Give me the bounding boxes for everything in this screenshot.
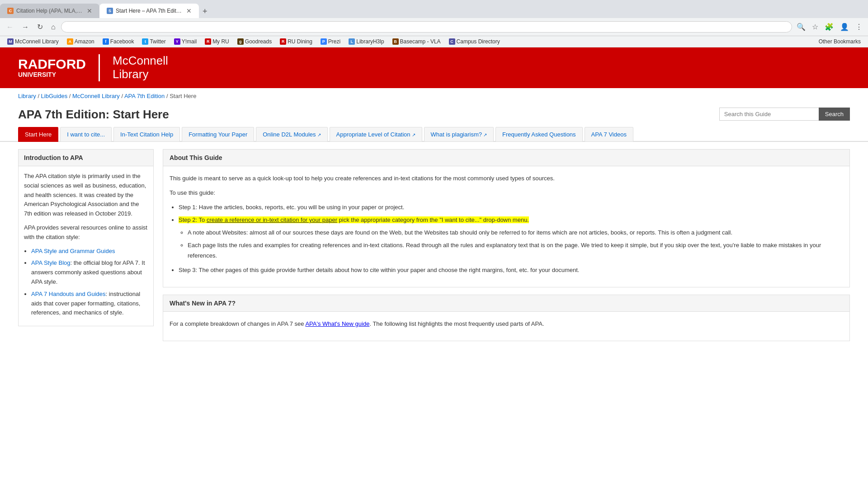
browser-tabs: C Citation Help (APA, MLA, Chic... ✕ S S… (0, 0, 868, 18)
bookmark-mcconnell[interactable]: M McConnell Library (4, 38, 62, 46)
about-guide-steps: Step 1: Have the articles, books, report… (179, 202, 843, 275)
forward-button[interactable]: → (19, 21, 32, 33)
bookmark-campus-directory[interactable]: C Campus Directory (445, 38, 504, 46)
tab-appropriate-level-citation[interactable]: Appropriate Level of Citation↗ (330, 127, 422, 142)
home-button[interactable]: ⌂ (48, 21, 58, 33)
search-box: Search (719, 108, 850, 121)
new-tab-button[interactable]: + (199, 5, 211, 18)
guide-search-button[interactable]: Search (819, 108, 850, 121)
citation-external-icon: ↗ (412, 132, 415, 137)
sidebar-link-item-1: APA Style and Grammar Guides (31, 247, 148, 256)
bookmark-ymail[interactable]: Y Y!mail (170, 38, 200, 46)
step1-item: Step 1: Have the articles, books, report… (179, 202, 843, 212)
browser-toolbar: ← → ↻ ⌂ libguides.radford.edu/APA7 🔍 ☆ 🧩… (0, 18, 868, 36)
whats-new-link[interactable]: APA's What's New guide (305, 320, 369, 327)
bookmark-rudining[interactable]: R RU Dining (276, 38, 316, 46)
address-input[interactable]: libguides.radford.edu/APA7 (67, 23, 786, 30)
bookmark-campus-directory-icon: C (449, 38, 455, 45)
tab-in-text-citation-help[interactable]: In-Text Citation Help (113, 127, 180, 142)
breadcrumb-mcconnell[interactable]: McConnell Library (72, 93, 120, 99)
radford-text: RADFORD (18, 57, 86, 71)
tab2-close[interactable]: ✕ (186, 7, 192, 14)
bookmark-myru[interactable]: R My RU (201, 38, 233, 46)
breadcrumb-starthere: Start Here (170, 93, 196, 99)
breadcrumb-libguides[interactable]: LibGuides (41, 93, 68, 99)
sidebar-link-apa-blog[interactable]: APA Style Blog (31, 259, 70, 266)
page-title-area: APA 7th Edition: Start Here Search (0, 104, 868, 127)
extension-button[interactable]: 🧩 (823, 21, 835, 33)
browser-tab-1[interactable]: C Citation Help (APA, MLA, Chic... ✕ (0, 4, 99, 18)
bookmark-facebook[interactable]: f Facebook (99, 38, 138, 46)
tab-formatting-your-paper[interactable]: Formatting Your Paper (182, 127, 254, 142)
bookmark-goodreads-label: Goodreads (245, 38, 272, 45)
tab-what-is-plagiarism[interactable]: What is plagiarism?↗ (424, 127, 494, 142)
tab2-title: Start Here – APA 7th Edition – (116, 8, 183, 14)
breadcrumb-apa7th[interactable]: APA 7th Edition (124, 93, 165, 99)
reload-button[interactable]: ↻ (34, 21, 46, 33)
bookmark-twitter-label: Twitter (150, 38, 165, 45)
breadcrumb-sep2: / (69, 93, 72, 99)
bookmark-twitter-icon: t (142, 38, 148, 45)
bookmark-facebook-icon: f (103, 38, 109, 45)
tab-start-here[interactable]: Start Here (18, 127, 58, 142)
tab-faq[interactable]: Frequently Asked Questions (495, 127, 583, 142)
bookmark-prezi-icon: P (321, 38, 327, 45)
bookmark-basecamp[interactable]: B Basecamp - VLA (389, 38, 444, 46)
step2-link[interactable]: create a reference or in-text citation f… (207, 216, 337, 223)
browser-tab-2[interactable]: S Start Here – APA 7th Edition – ✕ (99, 4, 199, 18)
sidebar-links-list: APA Style and Grammar Guides APA Style B… (31, 247, 148, 318)
about-guide-title: About This Guide (163, 150, 849, 166)
header-inner: RADFORD UNIVERSITY McConnell Library (0, 50, 186, 86)
step3-item: Step 3: The other pages of this guide pr… (179, 265, 843, 275)
bookmark-amazon[interactable]: A Amazon (63, 38, 98, 46)
plagiarism-external-icon: ↗ (483, 132, 487, 137)
back-button[interactable]: ← (4, 21, 16, 33)
tab-i-want-to-cite[interactable]: I want to cite... (60, 127, 112, 142)
bookmark-libraryh3lp-label: LibraryH3lp (356, 38, 384, 45)
step2-subitem-2: Each page lists the rules and examples f… (188, 240, 843, 260)
tab1-close[interactable]: ✕ (87, 7, 92, 14)
bookmark-amazon-label: Amazon (75, 38, 94, 45)
sidebar-link-apa-style-grammar[interactable]: APA Style and Grammar Guides (31, 248, 115, 254)
bookmark-prezi[interactable]: P Prezi (317, 38, 344, 46)
bookmark-twitter[interactable]: t Twitter (138, 38, 169, 46)
sidebar-intro-title: Introduction to APA (19, 150, 153, 166)
tab1-title: Citation Help (APA, MLA, Chic... (16, 8, 83, 14)
sidebar: Introduction to APA The APA citation sty… (18, 149, 154, 348)
page-title: APA 7th Edition: Start Here (18, 108, 169, 122)
browser-chrome: C Citation Help (APA, MLA, Chic... ✕ S S… (0, 0, 868, 47)
whats-new-title: What's New in APA 7? (163, 295, 849, 312)
bookmark-rudining-icon: R (280, 38, 286, 45)
breadcrumb-library[interactable]: Library (18, 93, 36, 99)
bookmark-ymail-icon: Y (174, 38, 180, 45)
radford-name-block: RADFORD UNIVERSITY (18, 57, 86, 79)
whats-new-box: What's New in APA 7? For a complete brea… (163, 295, 850, 341)
sidebar-para2: APA provides several resources online to… (24, 223, 148, 242)
university-text: UNIVERSITY (18, 71, 86, 79)
account-button[interactable]: 👤 (838, 21, 851, 33)
bookmark-goodreads[interactable]: g Goodreads (234, 38, 275, 46)
guide-search-input[interactable] (719, 108, 819, 121)
menu-button[interactable]: ⋮ (854, 21, 864, 33)
about-guide-to-use: To use this guide: (170, 188, 843, 198)
sidebar-link-apa-handouts[interactable]: APA 7 Handouts and Guides (31, 291, 106, 297)
bookmark-rudining-label: RU Dining (288, 38, 312, 45)
bookmark-other[interactable]: Other Bookmarks (815, 38, 864, 46)
bookmark-mcconnell-label: McConnell Library (15, 38, 59, 45)
zoom-button[interactable]: 🔍 (795, 21, 807, 33)
bookmark-campus-directory-label: Campus Directory (457, 38, 500, 45)
bookmark-other-label: Other Bookmarks (819, 38, 861, 45)
star-button[interactable]: ☆ (810, 21, 820, 33)
header-divider (99, 54, 100, 81)
bookmark-mcconnell-icon: M (7, 38, 14, 45)
tab-online-d2l-modules[interactable]: Online D2L Modules↗ (256, 127, 327, 142)
address-bar[interactable]: libguides.radford.edu/APA7 (61, 21, 792, 33)
breadcrumb-sep1: / (38, 93, 41, 99)
bookmark-libraryh3lp-icon: L (349, 38, 355, 45)
bookmark-basecamp-icon: B (392, 38, 399, 45)
mcconnell-name-block: McConnell Library (113, 54, 168, 81)
bookmark-goodreads-icon: g (237, 38, 244, 45)
bookmark-libraryh3lp[interactable]: L LibraryH3lp (345, 38, 387, 46)
content-area: About This Guide This guide is meant to … (163, 149, 850, 348)
tab-apa7-videos[interactable]: APA 7 Videos (585, 127, 633, 142)
